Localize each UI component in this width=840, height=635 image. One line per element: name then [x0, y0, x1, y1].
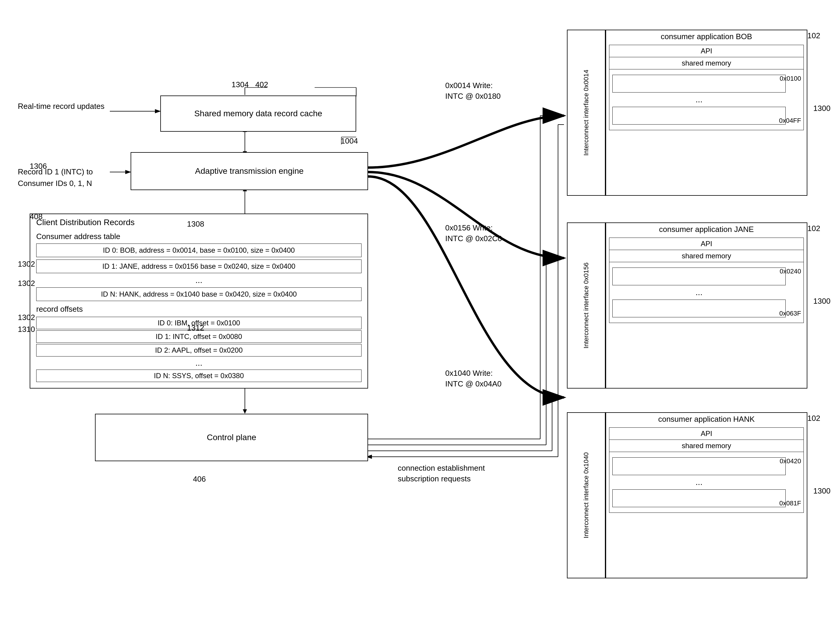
bob-shared: shared memory: [609, 57, 804, 69]
record-offsets-label: record offsets: [30, 302, 89, 316]
ref-1300c: 1300: [813, 487, 831, 496]
bob-addr1: 0x0100: [780, 75, 801, 82]
ref-402: 402: [255, 80, 268, 89]
address-row-N: ID N: HANK, address = 0x1040 base = 0x04…: [36, 287, 362, 301]
real-time-label: Real-time record updates: [18, 101, 104, 112]
ref-102a: 102: [807, 31, 820, 40]
jane-addr1: 0x0240: [780, 268, 801, 275]
ref-1300b: 1300: [813, 296, 831, 306]
hank-shared: shared memory: [609, 440, 804, 452]
ref-408: 408: [30, 212, 43, 221]
ref-1304: 1304: [232, 80, 249, 89]
bob-title: consumer application BOB: [606, 30, 807, 43]
ref-102c: 102: [807, 414, 820, 423]
shared-memory-cache-label: Shared memory data record cache: [194, 108, 322, 119]
hank-write-label: 0x1040 Write: INTC @ 0x04A0: [445, 368, 502, 389]
shared-memory-cache-box: Shared memory data record cache: [160, 96, 356, 132]
client-dist-title: Client Distribution Records: [30, 214, 141, 231]
hank-interconnect-box: Interconnect interface 0x1040: [567, 412, 606, 578]
ref-1302a: 1302: [18, 260, 35, 269]
consumer-hank-panel: consumer application HANK API shared mem…: [606, 412, 807, 578]
jane-interconnect-box: Interconnect interface 0x0156: [567, 222, 606, 389]
ref-102b: 102: [807, 224, 820, 233]
address-row-1: ID 1: JANE, address = 0x0156 base = 0x02…: [36, 260, 362, 273]
bob-addr2: 0x04FF: [779, 117, 801, 124]
hank-addr2: 0x081F: [780, 499, 801, 507]
ref-1308: 1308: [187, 219, 204, 228]
hank-title: consumer application HANK: [606, 413, 807, 425]
ref-1310: 1310: [18, 325, 35, 334]
adaptive-engine-box: Adaptive transmission engine: [131, 152, 368, 190]
offset-dots: ...: [36, 357, 362, 369]
diagram-container: Shared memory data record cache Adaptive…: [0, 0, 840, 635]
bob-interconnect-box: Interconnect interface 0x0014: [567, 30, 606, 196]
address-row-0: ID 0: BOB, address = 0x0014, base = 0x01…: [36, 244, 362, 257]
jane-api: API: [609, 238, 804, 250]
ref-1300a: 1300: [813, 104, 831, 113]
jane-write-label: 0x0156 Write: INTC @ 0x02C0: [445, 222, 502, 244]
jane-addr2: 0x063F: [780, 310, 801, 317]
address-dots: ...: [36, 274, 362, 286]
offset-row-N: ID N: SSYS, offset = 0x0380: [36, 370, 362, 382]
jane-title: consumer application JANE: [606, 223, 807, 236]
record-id-label: Record ID 1 (INTC) to Consumer IDs 0, 1,…: [18, 166, 93, 189]
connection-label: connection establishment subscription re…: [398, 463, 485, 484]
control-plane-label: Control plane: [207, 432, 256, 443]
consumer-address-table-label: Consumer address table: [30, 231, 126, 242]
ref-1302c: 1302: [18, 313, 35, 322]
svg-marker-18: [243, 409, 247, 414]
ref-1004: 1004: [341, 136, 358, 146]
consumer-bob-panel: consumer application BOB API shared memo…: [606, 30, 807, 196]
hank-interconnect-label: Interconnect interface 0x1040: [583, 452, 590, 538]
ref-406: 406: [193, 474, 206, 484]
offset-row-2: ID 2: AAPL, offset = 0x0200: [36, 344, 362, 356]
bob-api: API: [609, 45, 804, 57]
adaptive-engine-label: Adaptive transmission engine: [195, 166, 304, 176]
hank-addr1: 0x0420: [780, 457, 801, 465]
jane-shared: shared memory: [609, 250, 804, 262]
hank-api: API: [609, 428, 804, 440]
client-dist-box: Client Distribution Records Consumer add…: [30, 214, 368, 389]
bob-write-label: 0x0014 Write: INTC @ 0x0180: [445, 80, 501, 102]
ref-1302b: 1302: [18, 279, 35, 288]
ref-1312: 1312: [187, 323, 204, 332]
jane-interconnect-label: Interconnect interface 0x0156: [583, 263, 590, 348]
consumer-jane-panel: consumer application JANE API shared mem…: [606, 222, 807, 389]
bob-interconnect-label: Interconnect interface 0x0014: [583, 70, 590, 156]
control-plane-box: Control plane: [95, 414, 368, 461]
